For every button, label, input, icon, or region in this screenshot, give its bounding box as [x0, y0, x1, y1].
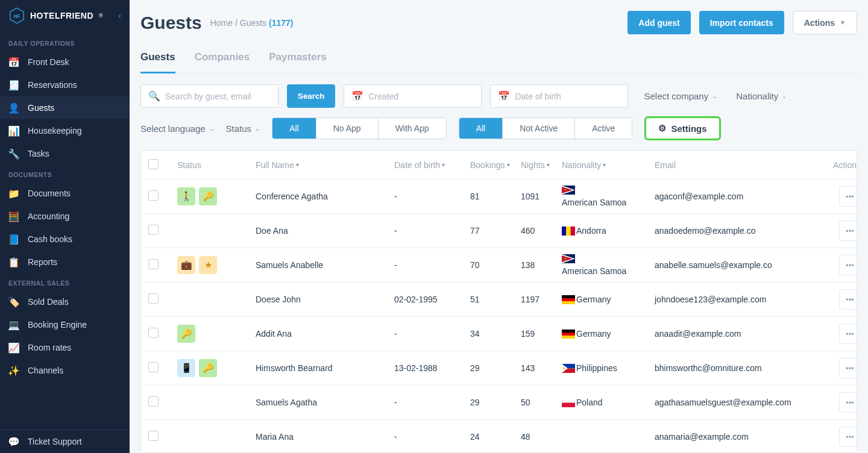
sidebar-item-accounting[interactable]: 🧮Accounting	[0, 205, 130, 228]
cell-bookings: 29	[470, 363, 521, 373]
cell-full-name: Himsworth Bearnard	[256, 363, 394, 373]
search-button[interactable]: Search	[287, 84, 335, 108]
created-date-input[interactable]: 📅	[344, 84, 482, 108]
status-badge-star-icon: ★	[199, 256, 217, 274]
row-actions-button[interactable]: •••	[839, 255, 857, 275]
sidebar-item-label: Documents	[28, 189, 71, 198]
seg-with-app[interactable]: With App	[379, 118, 446, 139]
row-actions-button[interactable]: •••	[839, 289, 857, 310]
sidebar-item-label: Ticket Support	[28, 437, 82, 446]
svg-rect-13	[562, 295, 575, 298]
sidebar-item-front-desk[interactable]: 📅Front Desk	[0, 51, 130, 73]
nav-icon: 📋	[8, 257, 19, 267]
label: Select company	[644, 91, 708, 101]
sidebar-item-documents[interactable]: 📁Documents	[0, 182, 130, 205]
col-full-name[interactable]: Full Name▾	[256, 160, 394, 170]
seg-not-active[interactable]: Not Active	[503, 118, 575, 139]
add-guest-button[interactable]: Add guest	[627, 11, 690, 34]
row-actions-button[interactable]: •••	[839, 426, 857, 447]
sidebar-item-guests[interactable]: 👤Guests	[0, 96, 130, 119]
nav-icon: 📅	[8, 57, 19, 67]
chevron-down-icon: ⌄	[255, 125, 260, 132]
import-contacts-button[interactable]: Import contacts	[699, 11, 784, 34]
nav-section-label: DOCUMENTS	[0, 165, 130, 182]
row-actions-button[interactable]: •••	[839, 323, 857, 344]
breadcrumb-section[interactable]: Guests	[240, 18, 266, 28]
nationality-dropdown[interactable]: Nationality⌄	[736, 91, 787, 101]
tab-guests[interactable]: Guests	[140, 46, 175, 73]
row-actions-button[interactable]: •••	[839, 220, 857, 241]
col-dob[interactable]: Date of birth▾	[394, 160, 470, 170]
actions-dropdown[interactable]: Actions ▼	[793, 11, 857, 34]
sidebar-item-reservations[interactable]: 🧾Reservations	[0, 73, 130, 96]
settings-button[interactable]: ⚙ Settings	[644, 116, 720, 140]
dob-field[interactable]	[515, 92, 611, 101]
logo-icon: HF	[8, 7, 25, 24]
cell-email: bhimsworthc@omniture.com	[655, 363, 813, 373]
row-checkbox[interactable]	[148, 225, 159, 235]
table-row[interactable]: 🚶🔑 Conference Agatha - 81 1091 American …	[141, 180, 857, 214]
table-row[interactable]: Maria Ana - 24 48 anamaria@example.com •…	[141, 420, 857, 453]
svg-rect-18	[562, 336, 575, 339]
sidebar-item-label: Room rates	[28, 343, 71, 352]
table-row[interactable]: Samuels Agatha - 29 50 Poland agathasamu…	[141, 386, 857, 420]
sidebar-item-housekeeping[interactable]: 📊Housekeeping	[0, 119, 130, 142]
table-row[interactable]: 📱🔑 Himsworth Bearnard 13-02-1988 29 143 …	[141, 351, 857, 386]
row-actions-button[interactable]: •••	[839, 186, 857, 207]
col-nights[interactable]: Nights▾	[521, 160, 562, 170]
seg-no-app[interactable]: No App	[316, 118, 379, 139]
breadcrumb-home[interactable]: Home	[210, 18, 233, 28]
cell-nationality: Andorra	[562, 226, 655, 236]
table-row[interactable]: Doese John 02-02-1995 51 1197 Germany jo…	[141, 283, 857, 317]
sidebar-item-sold-deals[interactable]: 🏷️Sold Deals	[0, 290, 130, 313]
row-actions-button[interactable]: •••	[839, 358, 857, 378]
filter-row-1: 🔍 Search 📅 📅 Select company⌄ Nationality…	[140, 84, 857, 108]
sidebar-item-booking-engine[interactable]: 💻Booking Engine	[0, 313, 130, 336]
table-row[interactable]: 🔑 Addit Ana - 34 159 Germany anaadit@exa…	[141, 317, 857, 351]
cell-nationality: American Samoa	[562, 186, 655, 207]
table-row[interactable]: Doe Ana - 77 460 Andorra anadoedemo@exam…	[141, 214, 857, 248]
select-company-dropdown[interactable]: Select company⌄	[644, 91, 717, 101]
sidebar-item-cash-books[interactable]: 📘Cash books	[0, 228, 130, 251]
search-input[interactable]	[165, 92, 262, 101]
row-checkbox[interactable]	[148, 293, 159, 304]
sidebar-item-tasks[interactable]: 🔧Tasks	[0, 142, 130, 165]
select-all-checkbox[interactable]	[148, 159, 159, 169]
row-checkbox[interactable]	[148, 328, 159, 338]
select-language-dropdown[interactable]: Select language⌄	[140, 123, 214, 134]
sidebar-item-room-rates[interactable]: 📈Room rates	[0, 336, 130, 359]
tab-companies[interactable]: Companies	[195, 46, 250, 73]
status-dropdown[interactable]: Status⌄	[226, 123, 260, 134]
row-actions-button[interactable]: •••	[839, 392, 857, 413]
app-filter-segment: AllNo AppWith App	[272, 117, 447, 139]
nav-section-label: EXTERNAL SALES	[0, 273, 130, 290]
col-email: Email	[655, 160, 813, 170]
row-checkbox[interactable]	[148, 259, 159, 269]
seg-all[interactable]: All	[272, 118, 316, 139]
active-filter-segment: AllNot ActiveActive	[459, 117, 633, 139]
nav-icon: 🧮	[8, 211, 19, 222]
created-field[interactable]	[368, 92, 465, 101]
seg-active[interactable]: Active	[575, 118, 632, 139]
settings-label: Settings	[671, 123, 706, 134]
collapse-icon[interactable]: ‹	[118, 11, 121, 20]
col-nationality[interactable]: Nationality▾	[562, 160, 655, 170]
cell-email: anamaria@example.com	[655, 432, 813, 442]
sidebar-ticket-support[interactable]: 💬 Ticket Support	[0, 430, 130, 453]
tab-paymasters[interactable]: Paymasters	[269, 46, 326, 73]
row-checkbox[interactable]	[148, 190, 159, 201]
cell-bookings: 29	[470, 398, 521, 407]
cell-email: johndoese123@example.com	[655, 295, 813, 304]
col-bookings[interactable]: Bookings▾	[470, 160, 521, 170]
seg-all[interactable]: All	[459, 118, 503, 139]
row-checkbox[interactable]	[148, 431, 159, 441]
table-header: Status Full Name▾ Date of birth▾ Booking…	[141, 151, 857, 180]
sidebar-item-channels[interactable]: ✨Channels	[0, 359, 130, 382]
row-checkbox[interactable]	[148, 396, 159, 407]
dob-date-input[interactable]: 📅	[490, 84, 628, 108]
sidebar-item-reports[interactable]: 📋Reports	[0, 251, 130, 273]
cell-nights: 159	[521, 329, 562, 339]
row-checkbox[interactable]	[148, 362, 159, 372]
table-row[interactable]: 💼★ Samuels Anabelle - 70 138 American Sa…	[141, 248, 857, 283]
caret-down-icon: ▼	[840, 19, 846, 26]
